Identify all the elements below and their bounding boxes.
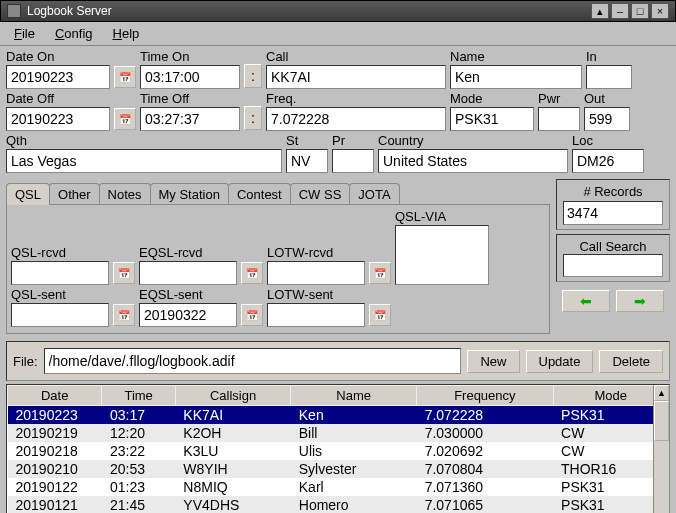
label-freq: Freq.: [266, 91, 446, 106]
records-value: 3474: [563, 201, 663, 225]
label-name: Name: [450, 49, 582, 64]
lotw-sent-cal-button[interactable]: 📅: [369, 304, 391, 326]
date-on-input[interactable]: [6, 65, 110, 89]
date-on-cal-button[interactable]: 📅: [114, 66, 136, 88]
eqsl-rcvd-input[interactable]: [139, 261, 237, 285]
label-qsl-rcvd: QSL-rcvd: [11, 245, 109, 260]
date-off-input[interactable]: [6, 107, 110, 131]
col-time[interactable]: Time: [102, 386, 175, 406]
date-off-cal-button[interactable]: 📅: [114, 108, 136, 130]
in-input[interactable]: [586, 65, 632, 89]
label-eqsl-rcvd: EQSL-rcvd: [139, 245, 237, 260]
col-callsign[interactable]: Callsign: [175, 386, 290, 406]
label-out: Out: [584, 91, 630, 106]
col-frequency[interactable]: Frequency: [417, 386, 553, 406]
tab-other[interactable]: Other: [49, 183, 100, 205]
table-row[interactable]: 2019021823:22K3LUUlis7.020692CW: [8, 442, 669, 460]
call-search-input[interactable]: [563, 254, 663, 277]
qsl-rcvd-cal-button[interactable]: 📅: [113, 262, 135, 284]
mode-input[interactable]: [450, 107, 534, 131]
label-qsl-sent: QSL-sent: [11, 287, 109, 302]
qsl-sent-cal-button[interactable]: 📅: [113, 304, 135, 326]
label-call: Call: [266, 49, 446, 64]
menu-help[interactable]: Help: [103, 23, 150, 44]
minimize-button[interactable]: –: [611, 3, 629, 19]
eqsl-rcvd-cal-button[interactable]: 📅: [241, 262, 263, 284]
close-button[interactable]: ×: [651, 3, 669, 19]
call-search-box: Call Search: [556, 234, 670, 282]
st-input[interactable]: [286, 149, 328, 173]
label-records: # Records: [583, 184, 642, 199]
tab-contest[interactable]: Contest: [228, 183, 291, 205]
label-call-search: Call Search: [579, 239, 646, 254]
label-time-on: Time On: [140, 49, 240, 64]
titlebar: Logbook Server ▴ – □ ×: [0, 0, 676, 22]
update-button[interactable]: Update: [526, 350, 594, 373]
maximize-button[interactable]: □: [631, 3, 649, 19]
menu-config[interactable]: Config: [45, 23, 103, 44]
tabs: QSLOtherNotesMy StationContestCW SSJOTA: [6, 183, 550, 205]
scrollbar[interactable]: ▲: [653, 385, 669, 513]
pwr-input[interactable]: [538, 107, 580, 131]
col-name[interactable]: Name: [291, 386, 417, 406]
new-button[interactable]: New: [467, 350, 519, 373]
label-qth: Qth: [6, 133, 282, 148]
label-file: File:: [13, 354, 38, 369]
tab-cw-ss[interactable]: CW SS: [290, 183, 351, 205]
scroll-up-button[interactable]: ▲: [654, 385, 669, 401]
table-row[interactable]: 2019021020:53W8YIHSylvester7.070804THOR1…: [8, 460, 669, 478]
window-title: Logbook Server: [27, 4, 589, 18]
label-loc: Loc: [572, 133, 644, 148]
label-date-off: Date Off: [6, 91, 110, 106]
label-qsl-via: QSL-VIA: [395, 209, 489, 224]
tab-notes[interactable]: Notes: [99, 183, 151, 205]
lotw-rcvd-cal-button[interactable]: 📅: [369, 262, 391, 284]
lotw-sent-input[interactable]: [267, 303, 365, 327]
label-lotw-rcvd: LOTW-rcvd: [267, 245, 365, 260]
country-input[interactable]: [378, 149, 568, 173]
tab-panel-qsl: QSL-rcvd 📅 EQSL-rcvd 📅 LOTW-rcvd 📅 QSL-V…: [6, 204, 550, 334]
time-on-button[interactable]: :: [244, 64, 262, 88]
eqsl-sent-cal-button[interactable]: 📅: [241, 304, 263, 326]
time-off-input[interactable]: [140, 107, 240, 131]
freq-input[interactable]: [266, 107, 446, 131]
col-mode[interactable]: Mode: [553, 386, 668, 406]
table-row[interactable]: 2019012121:45YV4DHSHomero7.071065PSK31: [8, 496, 669, 513]
table-row[interactable]: 2019022303:17KK7AIKen7.072228PSK31: [8, 406, 669, 425]
eqsl-sent-input[interactable]: [139, 303, 237, 327]
label-pr: Pr: [332, 133, 374, 148]
table-row[interactable]: 2019012201:23N8MIQKarl7.071360PSK31: [8, 478, 669, 496]
scroll-thumb[interactable]: [654, 401, 669, 441]
menubar: File Config Help: [0, 22, 676, 46]
app-icon: [7, 4, 21, 18]
col-date[interactable]: Date: [8, 386, 102, 406]
table-row[interactable]: 2019021912:20K2OHBill7.030000CW: [8, 424, 669, 442]
prev-button[interactable]: ⬅: [562, 290, 610, 312]
out-input[interactable]: [584, 107, 630, 131]
qsl-via-input[interactable]: [395, 225, 489, 285]
name-input[interactable]: [450, 65, 582, 89]
call-input[interactable]: [266, 65, 446, 89]
label-time-off: Time Off: [140, 91, 240, 106]
label-mode: Mode: [450, 91, 534, 106]
loc-input[interactable]: [572, 149, 644, 173]
qth-input[interactable]: [6, 149, 282, 173]
label-date-on: Date On: [6, 49, 110, 64]
menu-file[interactable]: File: [4, 23, 45, 44]
time-off-button[interactable]: :: [244, 106, 262, 130]
tab-jota[interactable]: JOTA: [349, 183, 399, 205]
file-path-input[interactable]: [44, 348, 462, 374]
label-lotw-sent: LOTW-sent: [267, 287, 365, 302]
rollup-button[interactable]: ▴: [591, 3, 609, 19]
next-button[interactable]: ➡: [616, 290, 664, 312]
tab-my-station[interactable]: My Station: [150, 183, 229, 205]
label-eqsl-sent: EQSL-sent: [139, 287, 237, 302]
pr-input[interactable]: [332, 149, 374, 173]
lotw-rcvd-input[interactable]: [267, 261, 365, 285]
qsl-sent-input[interactable]: [11, 303, 109, 327]
qsl-rcvd-input[interactable]: [11, 261, 109, 285]
time-on-input[interactable]: [140, 65, 240, 89]
tab-qsl[interactable]: QSL: [6, 183, 50, 205]
label-pwr: Pwr: [538, 91, 580, 106]
delete-button[interactable]: Delete: [599, 350, 663, 373]
